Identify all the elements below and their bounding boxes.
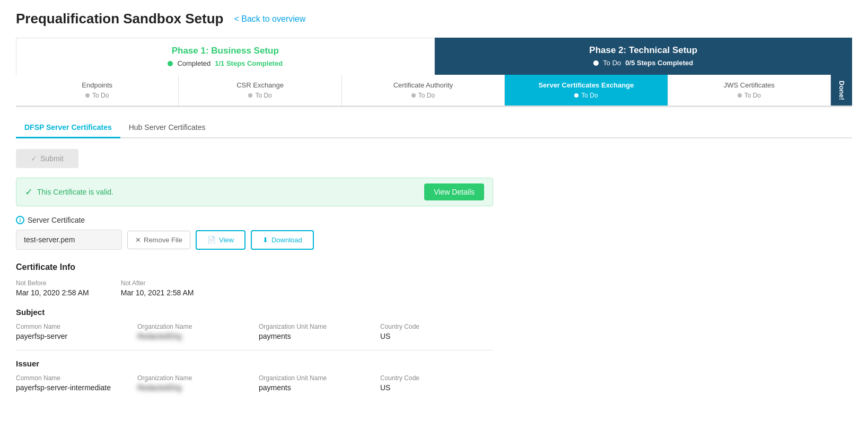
- info-icon: i: [16, 216, 24, 224]
- header: Prequalification Sandbox Setup < Back to…: [16, 11, 852, 27]
- issuer-fields: Common Name payerfsp-server-intermediate…: [16, 374, 493, 392]
- phase2-section: Phase 2: Technical Setup To Do 0/5 Steps…: [435, 38, 853, 75]
- step-server-certs-dot: [574, 93, 578, 98]
- cert-info-title: Certificate Info: [16, 262, 493, 272]
- not-before-group: Not Before Mar 10, 2020 2:58 AM: [16, 279, 89, 297]
- step-ca-label: To Do: [418, 92, 435, 99]
- submit-button[interactable]: ✓ Submit: [16, 149, 78, 168]
- valid-banner: ✓ This Certificate is valid. View Detail…: [16, 178, 493, 206]
- tab-dfsp-server-certs[interactable]: DFSP Server Certificates: [16, 118, 120, 138]
- main-content: ✓ Submit ✓ This Certificate is valid. Vi…: [16, 149, 493, 412]
- check-icon: ✓: [31, 154, 37, 163]
- step-endpoints[interactable]: Endpoints To Do: [16, 75, 179, 106]
- phase1-status-label: Completed: [177, 59, 211, 67]
- step-jws-dot: [738, 93, 742, 98]
- phase1-status: Completed 1/1 Steps Completed: [27, 59, 424, 67]
- subject-org-name: Organization Name RedactedOrg: [137, 323, 250, 340]
- check-valid-icon: ✓: [25, 186, 33, 198]
- step-jws[interactable]: JWS Certificates To Do: [668, 75, 831, 106]
- step-csr-label: To Do: [255, 92, 271, 99]
- step-endpoints-label: To Do: [92, 92, 109, 99]
- phase2-steps: 0/5 Steps Completed: [625, 59, 693, 67]
- step-csr-status: To Do: [184, 92, 336, 99]
- phase-bar: Phase 1: Business Setup Completed 1/1 St…: [16, 38, 852, 75]
- phase1-dot: [168, 61, 173, 66]
- issuer-org-name: Organization Name RedactedOrg: [137, 374, 250, 392]
- file-row: test-server.pem ✕ Remove File 📄 View ⬇ D…: [16, 230, 493, 250]
- file-name: test-server.pem: [16, 230, 122, 250]
- valid-message: ✓ This Certificate is valid.: [25, 186, 113, 198]
- phase1-title: Phase 1: Business Setup: [27, 46, 424, 56]
- subject-fields: Common Name payerfsp-server Organization…: [16, 323, 493, 340]
- phase1-steps: 1/1 Steps Completed: [215, 59, 283, 67]
- remove-x-icon: ✕: [135, 236, 141, 244]
- subject-country: Country Code US: [380, 323, 493, 340]
- step-csr[interactable]: CSR Exchange To Do: [179, 75, 341, 106]
- tab-hub-server-certs[interactable]: Hub Server Certificates: [120, 118, 214, 138]
- cert-dates: Not Before Mar 10, 2020 2:58 AM Not Afte…: [16, 279, 493, 297]
- phase2-status-label: To Do: [603, 59, 621, 67]
- step-ca-name: Certificate Authority: [347, 81, 499, 89]
- not-after-label: Not After: [121, 279, 194, 287]
- step-csr-name: CSR Exchange: [184, 81, 336, 89]
- step-endpoints-dot: [85, 93, 90, 98]
- step-ca-dot: [411, 93, 416, 98]
- view-button[interactable]: 📄 View: [196, 230, 246, 250]
- step-endpoints-name: Endpoints: [21, 81, 173, 89]
- view-details-button[interactable]: View Details: [424, 183, 484, 200]
- not-after-group: Not After Mar 10, 2021 2:58 AM: [121, 279, 194, 297]
- back-to-overview-link[interactable]: < Back to overview: [234, 14, 306, 24]
- issuer-heading: Issuer: [16, 359, 493, 368]
- remove-file-label: Remove File: [144, 236, 182, 244]
- steps-nav: Endpoints To Do CSR Exchange To Do Certi…: [16, 75, 852, 107]
- done-tab: Done!: [831, 75, 852, 106]
- done-tab-label: Done!: [838, 81, 846, 100]
- page-container: Prequalification Sandbox Setup < Back to…: [0, 0, 868, 423]
- step-server-certs-status: To Do: [510, 92, 662, 99]
- phase2-title: Phase 2: Technical Setup: [445, 45, 842, 56]
- view-label: View: [219, 236, 234, 244]
- server-cert-label-row: i Server Certificate: [16, 216, 493, 224]
- step-jws-status: To Do: [673, 92, 825, 99]
- subject-heading: Subject: [16, 308, 493, 317]
- subject-common-name: Common Name payerfsp-server: [16, 323, 129, 340]
- divider: [16, 350, 493, 351]
- not-after-value: Mar 10, 2021 2:58 AM: [121, 288, 194, 297]
- phase1-section: Phase 1: Business Setup Completed 1/1 St…: [16, 38, 435, 75]
- step-server-certs[interactable]: Server Certificates Exchange To Do: [505, 75, 668, 106]
- download-button[interactable]: ⬇ Download: [251, 230, 314, 250]
- issuer-common-name: Common Name payerfsp-server-intermediate: [16, 374, 129, 392]
- step-server-certs-label: To Do: [581, 92, 598, 99]
- step-endpoints-status: To Do: [21, 92, 173, 99]
- step-server-certs-name: Server Certificates Exchange: [510, 81, 662, 89]
- step-jws-label: To Do: [744, 92, 761, 99]
- submit-label: Submit: [40, 154, 64, 163]
- cert-info-section: Certificate Info Not Before Mar 10, 2020…: [16, 262, 493, 392]
- server-cert-label: Server Certificate: [28, 216, 85, 224]
- download-icon: ⬇: [262, 236, 268, 244]
- phase2-dot: [593, 60, 599, 66]
- step-ca-status: To Do: [347, 92, 499, 99]
- not-before-label: Not Before: [16, 279, 89, 287]
- remove-file-button[interactable]: ✕ Remove File: [127, 231, 190, 249]
- step-jws-name: JWS Certificates: [673, 81, 825, 89]
- subject-org-unit: Organization Unit Name payments: [259, 323, 372, 340]
- issuer-org-unit: Organization Unit Name payments: [259, 374, 372, 392]
- step-ca[interactable]: Certificate Authority To Do: [342, 75, 505, 106]
- view-icon: 📄: [207, 236, 216, 244]
- phase2-status: To Do 0/5 Steps Completed: [445, 59, 842, 67]
- not-before-value: Mar 10, 2020 2:58 AM: [16, 288, 89, 297]
- download-label: Download: [271, 236, 302, 244]
- issuer-country: Country Code US: [380, 374, 493, 392]
- step-csr-dot: [248, 93, 252, 98]
- tabs: DFSP Server Certificates Hub Server Cert…: [16, 118, 852, 138]
- page-title: Prequalification Sandbox Setup: [16, 11, 224, 27]
